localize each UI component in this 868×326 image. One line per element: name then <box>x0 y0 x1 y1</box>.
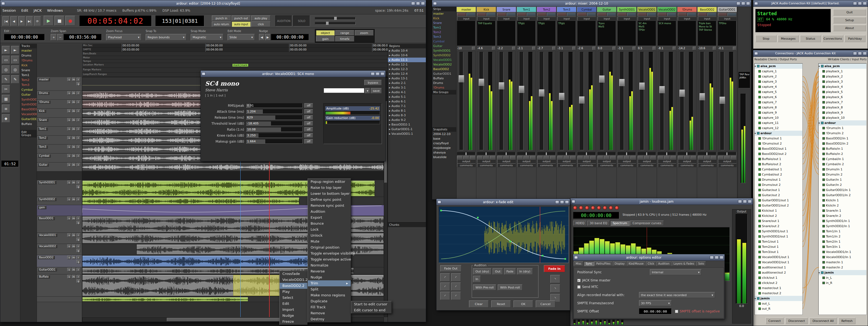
s-button[interactable]: s <box>67 118 71 122</box>
strip-gain-value[interactable]: 0.5 <box>638 47 642 50</box>
port-row[interactable]: out_R <box>755 306 802 311</box>
client-row-alsa_pcm[interactable]: ▾alsa_pcm <box>818 63 866 69</box>
edit-clock[interactable]: 00:00:00:00 <box>4 34 45 40</box>
fader-handle[interactable] <box>579 97 585 104</box>
snapshot-item[interactable]: shavoya <box>432 150 456 155</box>
s-button[interactable]: s <box>67 78 71 81</box>
g-button[interactable]: g <box>76 82 80 86</box>
m-button[interactable]: m <box>72 118 76 122</box>
strip-pan-slider[interactable] <box>678 152 696 155</box>
mixer-strip-list-item[interactable]: Tom3 <box>432 34 456 39</box>
mini-track-VocaloODD1[interactable]: VocaloODD1 <box>20 112 37 117</box>
strip-mini-button-b[interactable] <box>484 156 489 159</box>
menu-item-unlock[interactable]: Unlock <box>308 233 351 239</box>
about-button[interactable]: About <box>833 25 866 31</box>
s-button[interactable]: s <box>67 181 71 184</box>
plugin-entry[interactable]: TPglz <box>558 22 575 25</box>
port-row[interactable]: Tom3/in 1 <box>818 244 866 249</box>
port-row[interactable]: capture_2 <box>755 74 802 79</box>
client-row-ardour[interactable]: ▾ardour <box>755 131 802 136</box>
menu-windows[interactable]: Windows <box>47 8 63 12</box>
strip-mini-button-c[interactable] <box>650 156 656 159</box>
region-list-item[interactable]: ▸ Audio 10-4 <box>388 48 426 53</box>
jamin-tab-compressor-curves[interactable]: Compressor curves <box>630 221 664 226</box>
menu-item-mute[interactable]: Mute <box>308 239 351 244</box>
port-row[interactable]: playback_8 <box>818 105 866 110</box>
mix-groups-list[interactable] <box>432 94 456 127</box>
close-button[interactable] <box>565 200 569 204</box>
region-list-item[interactable]: ▸ Audio 9-2 <box>388 118 426 122</box>
port-row[interactable]: playback_1 <box>818 69 866 74</box>
pointer-tool-icon[interactable]: ► <box>2 46 10 54</box>
plugin-control-slider[interactable]: 0.91 <box>246 103 303 108</box>
mini-track-Cymbal[interactable]: Cymbal <box>20 87 37 92</box>
scene-button-2[interactable] <box>579 206 583 210</box>
region-list-item[interactable]: ▸ Audio 3-1 <box>388 85 426 90</box>
strip-mini-button-c[interactable] <box>510 156 516 159</box>
fader-handle[interactable] <box>720 97 725 104</box>
port-row[interactable]: Cymbal/in 1 <box>818 157 866 162</box>
fade-out-preset-2[interactable]: ◜ <box>440 282 450 291</box>
strip-name-button[interactable]: !Drums <box>677 7 697 12</box>
track-name-button[interactable]: master <box>38 78 50 81</box>
menu-item-split[interactable]: Split <box>308 286 351 292</box>
zoom-in-button[interactable]: + <box>51 34 57 40</box>
mini-track-BassODD1[interactable]: BassODD1 <box>20 107 37 112</box>
menu-item-import[interactable]: Import <box>280 307 307 313</box>
zoom-tool-icon-alt[interactable]: ◎ <box>11 65 19 74</box>
menu-item-duplicate[interactable]: Duplicate <box>308 298 351 304</box>
strip-output-button[interactable]: output <box>457 159 475 163</box>
strip-solo-button[interactable] <box>487 13 496 16</box>
connections-button[interactable]: Connections <box>822 35 843 42</box>
strip-mini-button-b[interactable] <box>644 156 650 159</box>
link-tool-icon[interactable]: ≡ <box>2 105 10 113</box>
strip-plugin-box[interactable] <box>578 21 596 46</box>
grid-tool-icon[interactable]: ▦ <box>2 95 10 103</box>
strip-name-button[interactable]: SynthODD1 <box>617 7 637 12</box>
region-list-item[interactable]: ▸ Audio 2-1 <box>388 81 426 85</box>
nudge-clock[interactable]: 00:00:00:00 <box>271 34 309 40</box>
pointer-tool-icon-alt[interactable]: ► <box>11 46 19 54</box>
port-row[interactable]: SynthODD1/in 1 <box>818 218 866 224</box>
s-button[interactable]: s <box>67 145 71 148</box>
strip-mini-button-a[interactable] <box>578 156 583 159</box>
region[interactable] <box>82 163 384 171</box>
track-name-button[interactable]: BassODD1 <box>38 217 55 220</box>
r-button[interactable]: r <box>76 163 80 166</box>
menu-item-original-position[interactable]: Original position <box>308 244 351 250</box>
track-name-button[interactable]: Tom1 <box>38 127 48 131</box>
snap-mode-select[interactable]: Magnetic▾ <box>191 34 223 40</box>
track-name-button[interactable]: Tom2 <box>38 136 48 140</box>
fader-handle[interactable] <box>680 90 685 97</box>
region-list-item[interactable]: ▸ Audio 11-1 <box>388 58 426 62</box>
strip-comments-button[interactable]: comments <box>618 163 636 167</box>
menu-item-toggle-envelope-active[interactable]: Toggle envelope active <box>308 256 351 263</box>
strip-name-button[interactable]: Tom3 <box>557 7 577 12</box>
fade-out-preset-1[interactable]: ◜ <box>451 273 461 281</box>
strip-output-button[interactable]: output <box>497 159 516 163</box>
strip-solo-button[interactable] <box>727 13 737 16</box>
port-row[interactable]: Buffalo/in 1 <box>818 146 866 151</box>
port-row[interactable]: Guitar/out 1 <box>755 187 802 193</box>
strip-mini-button-b[interactable] <box>704 156 710 159</box>
strip-pan-slider[interactable] <box>597 152 616 155</box>
menu-item-vocaloodd1-2[interactable]: VocaloODD1.2 <box>280 277 307 283</box>
mixer-strip-list-item[interactable]: SynthODD2 <box>432 53 456 58</box>
ruler-row-tempo[interactable]: Tempo <box>82 59 388 63</box>
strip-gain-value[interactable]: -3.1 <box>558 47 563 50</box>
fader-handle[interactable] <box>619 79 625 86</box>
track-name-button[interactable]: GuitarODD1 <box>38 268 57 271</box>
m-button[interactable]: m <box>72 244 76 248</box>
r-button[interactable]: r <box>76 256 80 259</box>
strip-input-button[interactable]: input <box>517 17 536 20</box>
track-header-blank[interactable] <box>37 171 82 180</box>
port-row[interactable]: capture_1 <box>755 69 802 74</box>
strip-input-button[interactable]: input <box>557 17 576 20</box>
mini-track-GuitarODD1[interactable]: GuitarODD1 <box>20 117 37 122</box>
chunks-list[interactable] <box>388 227 426 308</box>
fader-handle[interactable] <box>659 86 665 93</box>
fader-track[interactable] <box>479 52 484 150</box>
r-button[interactable]: r <box>76 197 80 201</box>
strip-solo-button[interactable] <box>527 13 536 16</box>
scene-button-3[interactable] <box>585 206 589 210</box>
